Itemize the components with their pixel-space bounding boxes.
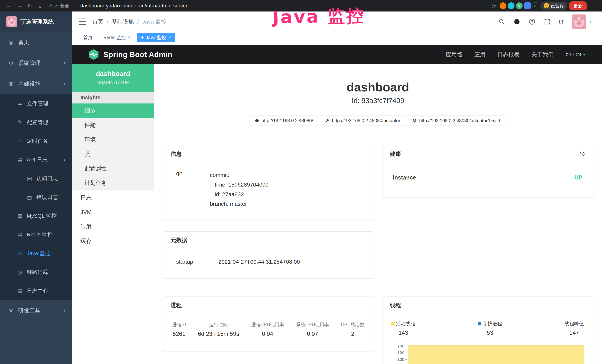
health-url-link[interactable]: http://192.168.0.2:48080/actuator/health [407, 116, 506, 126]
sba-instance-header[interactable]: dashboard 93a3fc7f7409 [72, 64, 154, 92]
sba-nav-journal[interactable]: 日志报表 [497, 51, 519, 58]
fullscreen-icon[interactable] [544, 18, 551, 25]
git-commit-id: id: 27aa832 [210, 190, 363, 199]
process-card-title: 进程 [171, 301, 182, 309]
threads-chart-plot [408, 341, 584, 364]
sba-nav-about[interactable]: 关于我们 [531, 51, 554, 58]
chevron-up-icon: ▴ [64, 81, 66, 86]
switch-on-extension-icon[interactable]: on [532, 2, 539, 9]
sidebar-item-home[interactable]: ◉ 首页 [0, 32, 72, 53]
tab-java-monitor[interactable]: Java 监控 × [137, 33, 175, 42]
sidebar-item-dev-tools[interactable]: ⚒ 研发工具 ▾ [0, 300, 72, 321]
clock-icon: ◔ [16, 138, 23, 144]
vue-devtools-icon[interactable]: V [516, 2, 523, 9]
sidebar-item-label: 日志中心 [27, 287, 48, 295]
sidebar-item-java-monitor[interactable]: ♨ Java 监控 [0, 244, 72, 263]
system-cpu: 系统CPU使用率 0.07 [296, 321, 329, 337]
chevron-down-icon: ▾ [64, 308, 66, 313]
sba-menu-details[interactable]: 细节 [72, 104, 154, 118]
info-git-value: commit: time: 1596289704000 id: 27aa832 … [210, 170, 363, 212]
browser-home-icon[interactable]: ⌂ [36, 3, 44, 9]
infra-submenu: ☁ 文件管理 ✎ 配置管理 ◔ 定时任务 ▤ API 日志 ▴ ▤ 访问日志 ▤ [0, 94, 72, 300]
sidebar-item-api-logs[interactable]: ▤ API 日志 ▴ [0, 150, 72, 169]
sba-menu-metrics[interactable]: 性能 [72, 118, 154, 132]
sba-menu-mappings[interactable]: 映射 [72, 219, 154, 234]
git-branch: branch: master [210, 199, 363, 209]
sidebar-item-mysql-monitor[interactable]: ▦ MySQL 监控 [0, 207, 72, 225]
breadcrumb-infra[interactable]: 基础设施 [112, 18, 134, 26]
sba-menu-caches[interactable]: 缓存 [72, 234, 154, 248]
sidebar-item-log-center[interactable]: ▤ 日志中心 [0, 281, 72, 300]
chevron-down-icon: ▾ [583, 52, 585, 57]
history-icon[interactable] [579, 151, 585, 157]
browser-menu-icon[interactable]: ⋮ [589, 3, 598, 9]
home-icon [255, 118, 259, 123]
git-commit-time: time: 1596289704000 [210, 180, 363, 190]
health-instance-row: Instance UP [393, 174, 582, 186]
health-card: 健康 Instance UP [383, 145, 593, 197]
sidebar-item-label: 链路追踪 [27, 268, 48, 276]
extension-icon[interactable] [508, 2, 515, 9]
tab-home[interactable]: 首页 [79, 33, 97, 42]
close-icon[interactable]: × [168, 35, 171, 40]
update-button[interactable]: 更新 [569, 1, 587, 11]
locale-select[interactable]: zh-CN ▾ [566, 51, 585, 58]
sidebar-item-label: 定时任务 [27, 137, 48, 145]
locale-label: zh-CN [566, 51, 581, 58]
github-icon[interactable] [513, 18, 521, 25]
process-card: 进程 进程ID 5261 [163, 297, 374, 351]
help-icon[interactable] [528, 18, 536, 25]
sidebar-item-error-logs[interactable]: ▤ 错误日志 [0, 188, 72, 207]
sidebar-item-infra[interactable]: ▣ 基础设施 ▴ [0, 74, 72, 94]
sidebar-item-tracing[interactable]: ◎ 链路追踪 [0, 263, 72, 281]
metadata-value: 2021-04-27T00:44:31.254+08:00 [218, 259, 363, 269]
hamburger-icon[interactable] [79, 19, 86, 25]
tab-label: Java 监控 [146, 34, 166, 41]
document-icon: ▤ [16, 288, 23, 294]
url-field[interactable]: dashboard.yudao.iocoder.cn/infra/admin-s… [80, 3, 187, 9]
back-icon[interactable]: ← [4, 3, 13, 9]
sidebar-item-system[interactable]: ⚙ 系统管理 ▾ [0, 53, 72, 74]
sidebar-item-label: Java 监控 [27, 250, 50, 257]
sba-nav-wallboard[interactable]: 应用墙 [446, 51, 462, 58]
close-icon[interactable]: × [128, 35, 130, 40]
sidebar-item-access-logs[interactable]: ▤ 访问日志 [0, 169, 72, 188]
breadcrumb-current: Java 监控 [142, 18, 167, 26]
security-indicator[interactable]: ⚠ 不安全 [46, 3, 72, 9]
sba-menu-jvm[interactable]: JVM [72, 205, 154, 219]
gear-icon: ⚙ [7, 60, 14, 66]
sba-brand[interactable]: Spring Boot Admin [88, 49, 172, 60]
page-title: dashboard [154, 80, 602, 94]
sidebar-item-config-manage[interactable]: ✎ 配置管理 [0, 113, 72, 132]
monitor-icon: ▣ [7, 81, 14, 87]
sidebar-item-redis-monitor[interactable]: ▤ Redis 监控 [0, 225, 72, 244]
app-logo-row[interactable]: 芋道管理系统 [0, 11, 72, 32]
tab-bar: 首页 Redis 监控 × Java 监控 × [72, 32, 602, 43]
actuator-url-link[interactable]: http://192.168.0.2:48080/actuator [320, 116, 405, 126]
extension-icon[interactable] [500, 2, 506, 9]
font-size-tool[interactable]: tT [559, 19, 564, 25]
metadata-card: 元数据 startup 2021-04-27T00:44:31.254+08:0… [163, 232, 374, 278]
sidebar-item-scheduled-tasks[interactable]: ◔ 定时任务 [0, 132, 72, 150]
paused-badge[interactable]: 已暂停 [540, 2, 568, 10]
sidebar-item-label: 文件管理 [27, 100, 48, 107]
info-key-git: git [176, 170, 210, 212]
sba-menu-logs[interactable]: 日志 [72, 191, 154, 205]
sidebar-item-file-manage[interactable]: ☁ 文件管理 [0, 94, 72, 113]
service-url-link[interactable]: http://192.168.0.2:48080/ [249, 116, 318, 126]
status-badge: UP [574, 174, 582, 181]
user-avatar[interactable] [572, 14, 586, 29]
sba-menu-environment[interactable]: 环境 [72, 132, 154, 147]
health-instance-label: Instance [393, 174, 416, 181]
reload-icon[interactable]: ↻ [25, 3, 34, 9]
sba-menu-classes[interactable]: 类 [72, 147, 154, 161]
tab-redis-monitor[interactable]: Redis 监控 × [99, 33, 135, 42]
bookmark-star-icon[interactable]: ☆ [489, 3, 498, 9]
sba-menu-scheduled[interactable]: 计划任务 [72, 176, 154, 190]
forward-icon[interactable]: → [15, 3, 24, 9]
sba-menu-configprops[interactable]: 配置属性 [72, 161, 154, 176]
sba-nav-applications[interactable]: 应用 [474, 51, 485, 58]
search-icon[interactable] [498, 18, 505, 25]
breadcrumb-home[interactable]: 首页 [92, 18, 103, 26]
extension-grid-icon[interactable] [524, 2, 531, 9]
